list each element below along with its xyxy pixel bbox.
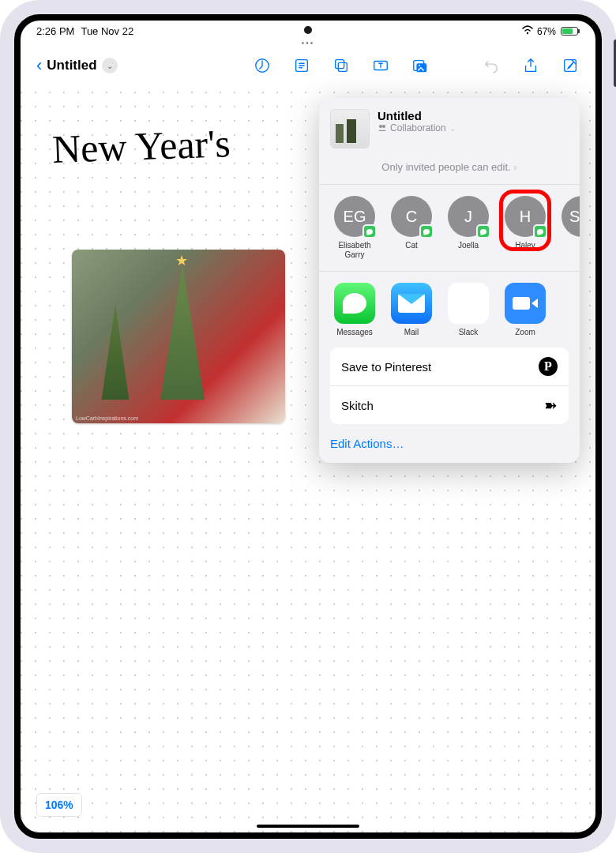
embedded-photo[interactable]: ★ LowCarbInspirations.com [72, 250, 285, 423]
messages-badge-icon [476, 224, 490, 239]
ipad-frame: 2:26 PM Tue Nov 22 67% ••• ‹ Untitled ⌄ [0, 0, 616, 853]
share-sheet: Untitled Collaboration ⌄ Only invited pe… [319, 98, 580, 463]
share-permission-row[interactable]: Only invited people can edit. [319, 156, 580, 185]
share-icon[interactable] [521, 56, 540, 75]
home-indicator[interactable] [257, 825, 359, 828]
zoom-icon [505, 283, 546, 324]
undo-icon[interactable] [482, 56, 501, 75]
share-thumbnail [330, 109, 370, 148]
contact-sis[interactable]: SIS2 [558, 196, 580, 260]
text-tool-icon[interactable] [292, 56, 311, 75]
share-apps-row: MessagesMailSlackZoom [319, 272, 580, 348]
contact-cat[interactable]: CCat [387, 196, 436, 260]
compose-icon[interactable] [561, 56, 580, 75]
mail-icon [391, 283, 432, 324]
document-title[interactable]: Untitled [47, 58, 96, 73]
-icon [562, 283, 580, 324]
messages-badge-icon [419, 224, 434, 239]
svg-point-11 [419, 65, 420, 66]
slack-icon [448, 283, 489, 324]
app-slack[interactable]: Slack [444, 283, 493, 336]
share-mode[interactable]: Collaboration ⌄ [377, 122, 569, 133]
messages-badge-icon [533, 224, 547, 239]
edit-actions-button[interactable]: Edit Actions… [319, 429, 580, 463]
shape-tool-icon[interactable] [332, 56, 351, 75]
app-zoom[interactable]: Zoom [501, 283, 550, 336]
contact-joella[interactable]: JJoella [444, 196, 493, 260]
app-more[interactable] [558, 283, 580, 336]
share-contacts-row: EGElisabeth GarryCCatJJoellaHHaleySIS2 [319, 185, 580, 272]
textbox-tool-icon[interactable] [371, 56, 390, 75]
pinterest-icon: P [539, 357, 558, 376]
action-save-to-pinterest[interactable]: Save to PinterestP [330, 348, 569, 386]
pen-tool-icon[interactable] [253, 56, 272, 75]
status-time: 2:26 PM [36, 25, 74, 37]
contact-elisabeth-garry[interactable]: EGElisabeth Garry [330, 196, 379, 260]
app-messages[interactable]: Messages [330, 283, 379, 336]
front-camera [304, 26, 312, 34]
title-dropdown-icon[interactable]: ⌄ [102, 58, 118, 73]
app-mail[interactable]: Mail [387, 283, 436, 336]
media-tool-icon[interactable] [411, 56, 430, 75]
svg-point-14 [382, 125, 385, 128]
multitask-dots[interactable]: ••• [21, 37, 595, 49]
svg-point-13 [379, 125, 382, 128]
svg-rect-7 [336, 60, 344, 69]
svg-point-0 [527, 32, 528, 34]
share-actions-block: Save to PinterestPSkitch➽ [330, 348, 569, 424]
battery-percent: 67% [537, 26, 556, 37]
handwriting-text[interactable]: New Year's [51, 120, 231, 172]
screen: 2:26 PM Tue Nov 22 67% ••• ‹ Untitled ⌄ [14, 14, 602, 839]
messages-badge-icon [362, 224, 377, 239]
zoom-level[interactable]: 106% [36, 793, 82, 817]
status-date: Tue Nov 22 [81, 25, 133, 37]
app-toolbar: ‹ Untitled ⌄ [21, 49, 595, 84]
skitch-icon: ➽ [544, 396, 558, 415]
share-doc-title: Untitled [377, 109, 569, 122]
action-skitch[interactable]: Skitch➽ [330, 386, 569, 424]
wifi-icon [521, 25, 534, 37]
messages-icon [334, 283, 375, 324]
contact-haley[interactable]: HHaley [501, 196, 550, 260]
svg-rect-6 [338, 62, 347, 71]
photo-watermark: LowCarbInspirations.com [76, 415, 138, 421]
back-button[interactable]: ‹ [36, 55, 42, 76]
battery-icon [559, 27, 580, 36]
